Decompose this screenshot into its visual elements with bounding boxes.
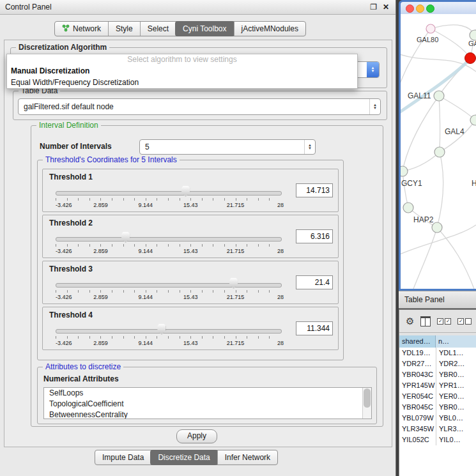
scrollbar-thumb[interactable] bbox=[364, 388, 371, 408]
dropdown-option-equal-width[interactable]: Equal Width/Frequency Discretization bbox=[7, 77, 357, 88]
table-row[interactable]: YDR27…YDR2… bbox=[399, 358, 476, 369]
slider-track[interactable] bbox=[56, 191, 282, 196]
threshold-1-slider[interactable]: -3.426 2.859 9.144 15.43 21.715 28 bbox=[56, 186, 280, 209]
scale-tick-label: 28 bbox=[277, 202, 284, 208]
tab-impute-data[interactable]: Impute Data bbox=[95, 450, 151, 464]
cell[interactable]: YBR0… bbox=[436, 402, 476, 413]
network-nodes[interactable] bbox=[401, 24, 476, 233]
cell[interactable]: YIL052C bbox=[399, 434, 436, 445]
node-gal80[interactable] bbox=[426, 24, 435, 33]
cell[interactable]: YPR1… bbox=[436, 380, 476, 391]
node[interactable] bbox=[470, 30, 476, 40]
cell[interactable]: YDL1… bbox=[436, 348, 476, 358]
table-row[interactable]: YIL052CYIL0… bbox=[399, 434, 476, 445]
column-header-shared-name[interactable]: shared… bbox=[399, 335, 436, 348]
tab-cyni-toolbox[interactable]: Cyni Toolbox bbox=[175, 21, 234, 36]
slider-ticks bbox=[56, 336, 280, 339]
slider-ticks bbox=[56, 198, 280, 201]
number-of-intervals-combobox[interactable]: 5 ▲▼ bbox=[139, 139, 316, 155]
slider-track[interactable] bbox=[56, 237, 282, 242]
node-hap2[interactable] bbox=[403, 203, 413, 213]
scale-tick-label: 21.715 bbox=[227, 340, 245, 346]
cell[interactable]: YDR2… bbox=[436, 358, 476, 369]
close-traffic-light-icon[interactable] bbox=[406, 4, 414, 13]
tab-select[interactable]: Select bbox=[140, 22, 176, 36]
close-icon[interactable]: ✕ bbox=[383, 3, 389, 12]
node-gal4[interactable] bbox=[434, 147, 445, 157]
algorithm-group-label: Discretization Algorithm bbox=[16, 43, 109, 52]
list-item[interactable]: SelfLoops bbox=[44, 388, 371, 399]
gear-icon[interactable]: ⚙ bbox=[406, 316, 414, 327]
tab-discretize-data[interactable]: Discretize Data bbox=[150, 450, 217, 465]
table-row[interactable]: YPR145WYPR1… bbox=[399, 380, 476, 391]
list-item[interactable]: TopologicalCoefficient bbox=[44, 399, 371, 410]
slider-scale: -3.426 2.859 9.144 15.43 21.715 28 bbox=[56, 294, 280, 301]
hide-columns-icon[interactable]: ✓ bbox=[457, 318, 472, 325]
table-row[interactable]: YBR045CYBR0… bbox=[399, 402, 476, 413]
scale-tick-label: 2.859 bbox=[93, 294, 108, 300]
cell[interactable]: YER0… bbox=[436, 391, 476, 402]
threshold-4-value-field[interactable]: 11.344 bbox=[296, 321, 333, 335]
cell[interactable]: YER054C bbox=[399, 391, 436, 402]
show-all-columns-icon[interactable]: ✓ ✓ bbox=[437, 318, 451, 325]
threshold-1-value-field[interactable]: 14.713 bbox=[296, 183, 333, 197]
slider-scale: -3.426 2.859 9.144 15.43 21.715 28 bbox=[56, 248, 280, 255]
table-panel-title: Table Panel bbox=[404, 291, 445, 308]
threshold-3-slider[interactable]: -3.426 2.859 9.144 15.43 21.715 28 bbox=[56, 278, 280, 301]
node-label-hap2: HAP2 bbox=[413, 215, 434, 224]
cell[interactable]: YBR0… bbox=[436, 369, 476, 380]
cell[interactable]: YLR3… bbox=[436, 424, 476, 434]
select-columns-icon[interactable] bbox=[420, 316, 431, 326]
list-scrollbar[interactable] bbox=[362, 388, 371, 418]
thick-edge bbox=[401, 59, 470, 115]
tab-jactivemnodules-label: jActiveMNodules bbox=[242, 24, 298, 33]
table-row[interactable]: YER054CYER0… bbox=[399, 391, 476, 402]
threshold-3-value-field[interactable]: 21.4 bbox=[296, 275, 333, 289]
dropdown-option-manual[interactable]: Manual Discretization bbox=[7, 65, 357, 77]
tab-style[interactable]: Style bbox=[108, 22, 140, 36]
zoom-traffic-light-icon[interactable] bbox=[426, 4, 434, 13]
cell[interactable]: YLR345W bbox=[399, 424, 436, 434]
node[interactable] bbox=[432, 222, 442, 233]
tab-jactivemnodules[interactable]: jActiveMNodules bbox=[234, 22, 305, 36]
combobox-stepper-icon: ▲▼ bbox=[367, 62, 379, 77]
threshold-4-label: Threshold 4 bbox=[49, 311, 93, 319]
network-canvas[interactable]: GAL80 GA GAL11 GAL4 GCY1 H HAP2 bbox=[401, 14, 476, 289]
scale-tick-label: 21.715 bbox=[227, 294, 245, 300]
control-panel-titlebar: Control Panel ❐ ✕ bbox=[0, 0, 395, 15]
cell[interactable]: YBR045C bbox=[399, 402, 436, 413]
tab-network[interactable]: Network bbox=[55, 22, 108, 36]
cell[interactable]: YDR27… bbox=[399, 358, 436, 369]
cell[interactable]: YBL079W bbox=[399, 413, 436, 424]
node-selected-red[interactable] bbox=[465, 53, 476, 64]
node-gal11[interactable] bbox=[434, 91, 444, 101]
node-gcy1[interactable] bbox=[401, 166, 408, 176]
window-controls: ❐ ✕ bbox=[370, 0, 389, 14]
table-row[interactable]: YBR043CYBR0… bbox=[399, 369, 476, 380]
apply-button[interactable]: Apply bbox=[176, 429, 217, 443]
scale-tick-label: 15.43 bbox=[183, 340, 198, 346]
cell[interactable]: YPR145W bbox=[399, 380, 436, 391]
slider-track[interactable] bbox=[56, 283, 282, 288]
table-panel-header[interactable]: Table Panel bbox=[399, 291, 476, 309]
table-data-combobox[interactable]: galFiltered.sif default node ▲▼ bbox=[18, 98, 381, 115]
threshold-4-slider[interactable]: -3.426 2.859 9.144 15.43 21.715 28 bbox=[56, 324, 280, 347]
column-header-name[interactable]: n… bbox=[436, 335, 476, 348]
cell[interactable]: YDL19… bbox=[399, 348, 436, 358]
cell[interactable]: YIL0… bbox=[436, 434, 476, 445]
cell[interactable]: YBR043C bbox=[399, 369, 436, 380]
float-window-icon[interactable]: ❐ bbox=[370, 3, 377, 12]
table-row[interactable]: YLR345WYLR3… bbox=[399, 424, 476, 434]
checkbox-icon: ✓ bbox=[457, 318, 464, 325]
minimize-traffic-light-icon[interactable] bbox=[416, 4, 424, 13]
network-window-titlebar[interactable] bbox=[401, 2, 476, 14]
cell[interactable]: YBL0… bbox=[436, 413, 476, 424]
threshold-2-value-field[interactable]: 6.316 bbox=[296, 229, 333, 243]
table-row[interactable]: YDL19…YDL1… bbox=[399, 348, 476, 358]
threshold-2-slider[interactable]: -3.426 2.859 9.144 15.43 21.715 28 bbox=[56, 232, 280, 255]
numerical-attributes-list: SelfLoops TopologicalCoefficient Between… bbox=[43, 387, 372, 419]
table-row[interactable]: YBL079WYBL0… bbox=[399, 413, 476, 424]
slider-track[interactable] bbox=[56, 329, 282, 334]
tab-infer-network[interactable]: Infer Network bbox=[217, 450, 277, 464]
list-item[interactable]: BetweennessCentrality bbox=[44, 410, 371, 419]
